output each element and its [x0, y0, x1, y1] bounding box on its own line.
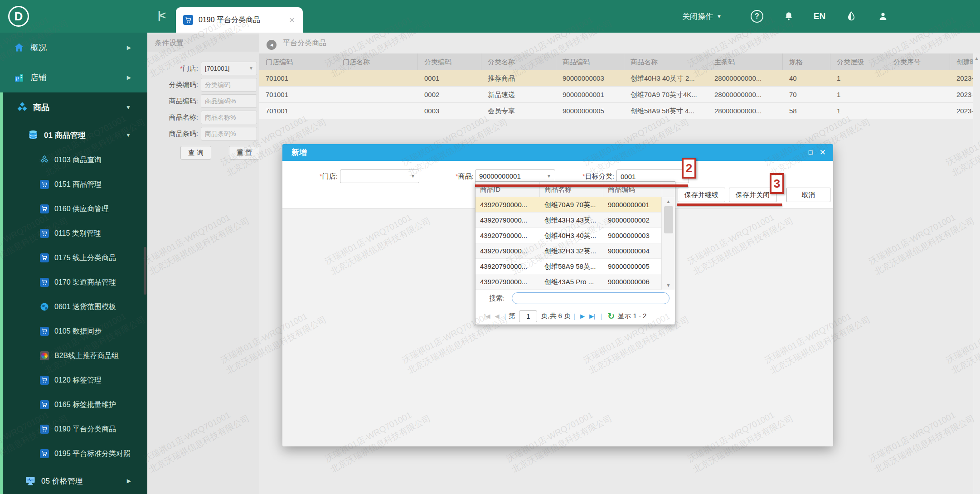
sidebar-item[interactable]: 0165 标签批量维护 [3, 392, 147, 417]
sidebar-item-shop[interactable]: 店铺 ▶ [0, 63, 147, 92]
sidebar-collapse-icon[interactable]: |< [158, 9, 165, 22]
sidebar-item-label: 店铺 [30, 72, 47, 83]
table-row[interactable]: 7010010002新品速递90000000001创维70A9 70英寸4K..… [259, 87, 973, 103]
sidebar-item[interactable]: 0190 平台分类商品 [3, 417, 147, 441]
picker-row[interactable]: 43920790000...创维40H3 40英...90000000003 [475, 228, 662, 243]
table-cell: 推荐商品 [481, 70, 556, 86]
sidebar-item-overview[interactable]: 概况 ▶ [0, 33, 147, 63]
sidebar-item[interactable]: 0195 平台标准分类对照 [3, 441, 147, 466]
sidebar-item-label: 0151 商品管理 [54, 180, 102, 189]
table-cell: 90000000005 [556, 103, 624, 119]
user-profile-icon[interactable] [877, 10, 889, 23]
help-icon[interactable]: ? [751, 10, 763, 23]
table-cell: 0002 [418, 87, 481, 102]
table-cell: 2023-0 [950, 70, 973, 86]
picker-cell: 90000000004 [603, 243, 662, 258]
table-cell: 28000000000... [708, 87, 783, 102]
picker-row[interactable]: 43920790000...创维43H3 43英...90000000002 [475, 213, 662, 228]
picker-row[interactable]: 43920790000...创维32H3 32英...90000000004 [475, 243, 662, 259]
table-cell: 70 [783, 87, 830, 102]
sidebar-item[interactable]: 0151 商品管理 [3, 172, 147, 197]
cart-icon [40, 229, 49, 238]
scroll-up-icon[interactable]: ▲ [973, 53, 980, 61]
dialog-title-bar[interactable]: 新增 ◻ ✕ [282, 144, 833, 161]
picker-row[interactable]: 43920790000...创维70A9 70英...90000000001 [475, 197, 662, 213]
picker-cell: 创维40H3 40英... [540, 228, 603, 243]
sidebar-scrollbar[interactable] [144, 247, 146, 295]
scroll-down-icon[interactable]: ▼ [662, 283, 675, 288]
picker-search-input[interactable] [512, 292, 670, 304]
app-logo-icon: D [8, 6, 29, 27]
sidebar-item-label: 0170 渠道商品管理 [54, 278, 116, 287]
cart-icon [40, 425, 49, 434]
last-page-icon[interactable]: ▶| [589, 313, 595, 320]
prev-page-icon[interactable]: ◀ [495, 313, 499, 320]
picker-scrollbar[interactable]: ▲ ▼ [661, 197, 675, 290]
sidebar-item[interactable]: 0115 类别管理 [3, 221, 147, 246]
filter-panel-title: 条件设置 [147, 34, 259, 52]
table-row[interactable]: 7010010001推荐商品90000000003创维40H3 40英寸 2..… [259, 70, 973, 87]
results-scrollbar[interactable]: ▲ [973, 53, 980, 494]
store-select-value: [701001] [205, 65, 230, 72]
page-number-input[interactable] [519, 310, 537, 322]
picker-cell: 90000000005 [603, 259, 662, 274]
apps-grid-icon[interactable] [956, 10, 969, 23]
table-cell: 28000000000... [708, 70, 783, 86]
tab-platform-category[interactable]: 0190 平台分类商品 × [176, 7, 303, 33]
next-page-icon[interactable]: ▶ [580, 313, 585, 320]
store-field-label: *门店: [147, 62, 198, 75]
picker-cell: 43920790000... [475, 228, 540, 243]
save-continue-button[interactable]: 保存并继续 [678, 188, 725, 202]
sidebar-group-product-mgmt[interactable]: 01 商品管理 ▼ [3, 122, 147, 148]
dialog-store-select[interactable]: ▼ [340, 170, 419, 183]
scroll-thumb[interactable] [664, 206, 673, 233]
filter-row: 商品名称: [147, 111, 259, 124]
sidebar-item[interactable]: B2B线上推荐商品组 [3, 344, 147, 368]
page-suffix-label: 页,共 6 页 [541, 312, 571, 320]
close-operations-menu[interactable]: 关闭操作 ▼ [682, 0, 722, 33]
table-cell: 1 [830, 87, 887, 102]
sidebar-item-label: B2B线上推荐商品组 [54, 351, 119, 361]
chevron-down-icon: ▼ [717, 14, 722, 19]
sidebar-item[interactable]: 0105 数据同步 [3, 319, 147, 344]
sidebar-item[interactable]: 0103 商品查询 [3, 148, 147, 172]
sidebar-item-price-mgmt[interactable]: 05 价格管理 ▶ [0, 466, 147, 494]
cancel-button[interactable]: 取消 [786, 188, 830, 202]
reset-button[interactable]: 重 置 [229, 146, 260, 160]
maximize-icon[interactable]: ◻ [808, 148, 813, 155]
close-icon[interactable]: ✕ [820, 148, 826, 157]
chevron-down-icon: ▼ [126, 104, 131, 111]
sidebar-item[interactable]: 0175 线上分类商品 [3, 246, 147, 270]
sidebar-item[interactable]: 0601 送货范围模板 [3, 295, 147, 319]
picker-row[interactable]: 43920790000...创维58A9 58英...90000000005 [475, 259, 662, 274]
sidebar-item[interactable]: 0170 渠道商品管理 [3, 270, 147, 295]
filter-field-input[interactable] [201, 127, 257, 140]
scroll-up-icon[interactable]: ▲ [662, 199, 675, 204]
filter-field-input[interactable] [201, 94, 257, 108]
notifications-bell-icon[interactable] [782, 10, 795, 23]
collapse-filter-icon[interactable]: ◀ [267, 40, 277, 50]
theme-droplet-icon[interactable] [845, 10, 858, 23]
sidebar-item-product[interactable]: 商品 ▼ [3, 92, 147, 122]
chevron-right-icon: ▶ [127, 44, 131, 51]
table-cell [336, 103, 418, 119]
sidebar-item-label: 0120 标签管理 [54, 376, 102, 385]
refresh-icon[interactable]: ↻ [607, 311, 615, 321]
filter-field-input[interactable] [201, 78, 257, 92]
store-select[interactable]: [701001] ▼ [201, 62, 257, 75]
query-button[interactable]: 查 询 [180, 146, 211, 160]
tab-close-icon[interactable]: × [288, 15, 296, 25]
results-title-bar: ◀ 平台分类商品 [259, 34, 980, 52]
search-label: 搜索: [489, 292, 505, 304]
chevron-right-icon: ▶ [127, 74, 131, 81]
first-page-icon[interactable]: |◀ [484, 313, 490, 320]
filter-field-input[interactable] [201, 111, 257, 124]
sidebar-item[interactable]: 0160 供应商管理 [3, 197, 147, 221]
cart-icon [40, 376, 49, 385]
language-toggle[interactable]: EN [813, 10, 826, 23]
picker-row[interactable]: 43920790000...创维43A5 Pro ...90000000006 [475, 274, 662, 290]
table-row[interactable]: 7010010003会员专享90000000005创维58A9 58英寸 4..… [259, 103, 973, 119]
filter-field-label: 商品条码: [147, 127, 198, 140]
sidebar-item[interactable]: 0120 标签管理 [3, 368, 147, 392]
picker-column-header: 商品ID [475, 182, 540, 197]
